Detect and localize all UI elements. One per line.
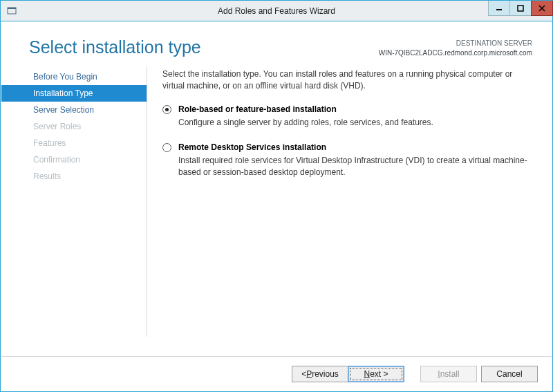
destination-server: DESTINATION SERVER WIN-7QIBC2LADCG.redmo…	[379, 37, 532, 57]
header-row: Select installation type DESTINATION SER…	[1, 22, 552, 62]
intro-text: Select the installation type. You can in…	[162, 68, 532, 93]
nav-button-group: < Previous Next >	[292, 366, 404, 382]
option-rds[interactable]: Remote Desktop Services installation Ins…	[162, 142, 532, 179]
app-icon	[5, 4, 19, 18]
footer: < Previous Next > Install Cancel	[1, 356, 552, 391]
step-installation-type[interactable]: Installation Type	[1, 85, 147, 102]
titlebar: Add Roles and Features Wizard	[1, 1, 552, 21]
wizard-window: Add Roles and Features Wizard Select ins…	[0, 0, 553, 392]
option-rds-desc: Install required role services for Virtu…	[178, 155, 532, 179]
step-results: Results	[1, 168, 147, 185]
sidebar: Before You Begin Installation Type Serve…	[1, 67, 147, 337]
step-features: Features	[1, 135, 147, 151]
step-server-roles: Server Roles	[1, 118, 147, 135]
radio-role-based[interactable]	[162, 105, 171, 114]
minimize-button[interactable]	[488, 1, 510, 16]
step-server-selection[interactable]: Server Selection	[1, 102, 147, 118]
content-pane: Select the installation type. You can in…	[162, 67, 532, 337]
step-confirmation: Confirmation	[1, 151, 147, 168]
maximize-button[interactable]	[509, 1, 532, 16]
destination-server-label: DESTINATION SERVER	[379, 39, 532, 48]
option-rds-body: Remote Desktop Services installation Ins…	[178, 142, 532, 179]
page-title: Select installation type	[29, 37, 201, 57]
option-role-based-body: Role-based or feature-based installation…	[178, 104, 532, 129]
next-button[interactable]: Next >	[348, 366, 404, 382]
option-rds-title: Remote Desktop Services installation	[178, 142, 532, 153]
option-role-based-desc: Configure a single server by adding role…	[178, 117, 532, 129]
window-title: Add Roles and Features Wizard	[1, 6, 552, 16]
main-row: Before You Begin Installation Type Serve…	[1, 62, 552, 337]
install-button: Install	[420, 366, 477, 382]
previous-button[interactable]: < Previous	[292, 366, 348, 382]
option-role-based-title: Role-based or feature-based installation	[178, 104, 532, 115]
step-before-you-begin[interactable]: Before You Begin	[1, 68, 147, 85]
svg-rect-1	[8, 8, 16, 9]
svg-rect-3	[518, 6, 523, 11]
close-button[interactable]	[531, 1, 553, 16]
radio-rds[interactable]	[162, 143, 171, 152]
option-role-based[interactable]: Role-based or feature-based installation…	[162, 104, 532, 129]
destination-server-name: WIN-7QIBC2LADCG.redmond.corp.microsoft.c…	[379, 48, 532, 58]
vertical-divider	[147, 67, 147, 337]
window-controls	[488, 1, 552, 21]
cancel-button[interactable]: Cancel	[481, 366, 538, 382]
wizard-body: Select installation type DESTINATION SER…	[1, 22, 552, 391]
